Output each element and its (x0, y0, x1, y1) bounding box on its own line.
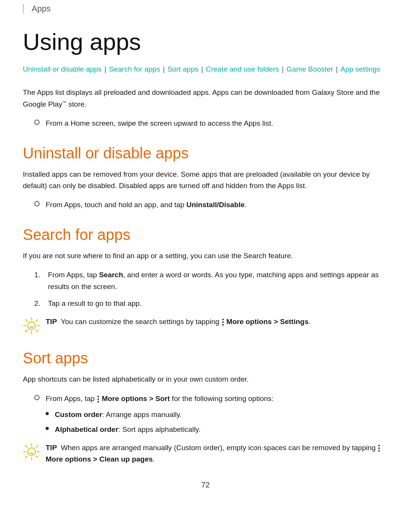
page-title: Using apps (23, 29, 388, 55)
intro-bullet-list: From a Home screen, swipe the screen upw… (34, 118, 388, 129)
sort-tip-text: TIP When apps are arranged manually (Cus… (46, 442, 388, 465)
nav-link-app-settings[interactable]: App settings (341, 65, 381, 73)
nav-link-game-booster[interactable]: Game Booster (287, 65, 333, 73)
sort-alpha-order-item: Alphabetical order: Sort apps alphabetic… (46, 424, 388, 435)
svg-line-7 (36, 320, 38, 321)
tip-icon-search (23, 317, 40, 334)
uninstall-bullet-item: From Apps, touch and hold an app, and ta… (34, 199, 388, 211)
bullet-circle-icon (34, 120, 40, 125)
svg-line-5 (25, 320, 27, 321)
sort-alpha-order-text: Alphabetical order: Sort apps alphabetic… (55, 424, 201, 435)
sort-body: App shortcuts can be listed alphabetical… (23, 374, 388, 385)
search-step-1-text: From Apps, tap Search, and enter a word … (48, 269, 388, 292)
nav-link-folders[interactable]: Create and use folders (206, 65, 279, 73)
breadcrumb-text: Apps (32, 4, 51, 14)
nav-links: Uninstall or disable apps | Search for a… (23, 63, 388, 75)
uninstall-bullet-text: From Apps, touch and hold an app, and ta… (46, 199, 247, 211)
three-dot-icon-sort (97, 395, 99, 403)
svg-point-0 (28, 322, 35, 329)
svg-line-8 (25, 330, 27, 332)
sort-tip-box: TIP When apps are arranged manually (Cus… (23, 442, 388, 465)
nav-link-uninstall[interactable]: Uninstall or disable apps (23, 65, 102, 73)
sort-sub-bullet-list: Custom order: Arrange apps manually. Alp… (46, 409, 388, 435)
svg-line-6 (36, 330, 38, 332)
bullet-circle-icon (34, 201, 40, 206)
main-content: Using apps Uninstall or disable apps | S… (0, 18, 411, 524)
search-step-2-text: Tap a result to go to that app. (48, 298, 142, 309)
sub-bullet-dot-icon (46, 427, 49, 430)
breadcrumb: Apps (0, 0, 411, 18)
bullet-circle-icon (34, 395, 40, 400)
search-ordered-list: 1. From Apps, tap Search, and enter a wo… (34, 269, 388, 309)
three-dot-icon-tip-sort (378, 444, 380, 452)
sort-bullet-text: From Apps, tap More options > Sort for t… (46, 393, 274, 404)
intro-paragraph: The Apps list displays all preloaded and… (23, 87, 388, 110)
tip-icon-sort (23, 443, 40, 460)
section-heading-uninstall: Uninstall or disable apps (23, 145, 388, 162)
sort-bullet-item: From Apps, tap More options > Sort for t… (34, 393, 388, 404)
three-dot-icon (222, 318, 224, 326)
breadcrumb-border (23, 4, 24, 14)
search-tip-text: TIP You can customize the search setting… (46, 316, 311, 328)
sub-bullet-dot-icon (46, 412, 49, 415)
nav-link-sort[interactable]: Sort apps (167, 65, 198, 73)
sort-custom-order-item: Custom order: Arrange apps manually. (46, 409, 388, 420)
svg-line-18 (25, 456, 27, 458)
uninstall-body: Installed apps can be removed from your … (23, 169, 388, 192)
page-number: 72 (23, 481, 388, 501)
svg-point-10 (28, 448, 35, 455)
svg-line-17 (36, 446, 38, 447)
svg-line-16 (36, 456, 38, 458)
step-number-1: 1. (34, 269, 48, 281)
nav-link-search[interactable]: Search for apps (109, 65, 160, 73)
sort-bullet-list: From Apps, tap More options > Sort for t… (34, 393, 388, 404)
section-heading-search: Search for apps (23, 226, 388, 243)
page-wrapper: Apps Using apps Uninstall or disable app… (0, 0, 411, 532)
sort-custom-order-text: Custom order: Arrange apps manually. (55, 409, 182, 420)
intro-bullet-item: From a Home screen, swipe the screen upw… (34, 118, 388, 129)
section-heading-sort: Sort apps (23, 350, 388, 367)
search-tip-box: TIP You can customize the search setting… (23, 316, 388, 334)
search-step-1: 1. From Apps, tap Search, and enter a wo… (34, 269, 388, 292)
svg-line-15 (25, 446, 27, 447)
intro-bullet-text: From a Home screen, swipe the screen upw… (46, 118, 273, 129)
search-body: If you are not sure where to find an app… (23, 250, 388, 262)
uninstall-bullet-list: From Apps, touch and hold an app, and ta… (34, 199, 388, 211)
search-step-2: 2. Tap a result to go to that app. (34, 298, 388, 309)
step-number-2: 2. (34, 298, 48, 309)
